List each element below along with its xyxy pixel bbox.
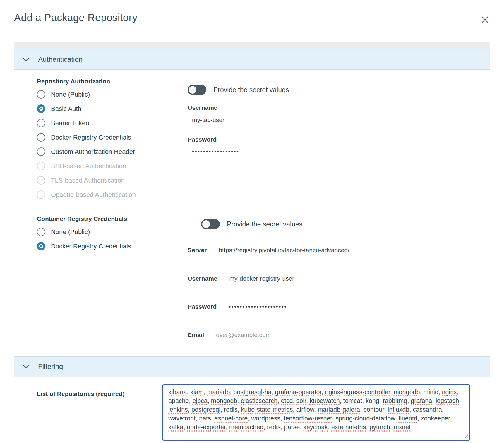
repo-token: contour [364,406,384,413]
radio-circle[interactable] [37,133,45,142]
registry-password-input[interactable] [225,302,469,314]
radio-label: None (Public) [51,228,90,236]
provide-secret-values-toggle[interactable] [188,85,206,95]
repo-token: nats [199,415,211,422]
radio-circle[interactable] [37,104,45,113]
toggle-label: Provide the secret values [213,86,289,94]
repo-token: mongodb [211,397,237,404]
radio-option-bearer-token[interactable]: Bearer Token [37,116,188,130]
username-input[interactable] [188,115,469,127]
repo-token: tensorflow-resnet [284,415,332,422]
registry-username-label: Username [188,275,217,282]
repo-token: kibana [168,389,187,396]
radio-circle[interactable] [37,242,45,250]
repositories-textarea[interactable]: kibana, kiam, mariadb, postgresql-ha, gr… [162,384,470,441]
previous-section-stub [14,42,490,49]
repo-token: minio [423,389,438,396]
repo-token: aspnet-core [215,415,248,422]
textarea-resize-handle[interactable] [464,434,468,439]
registry-provide-secret-values-toggle-row: Provide the secret values [201,219,469,229]
repo-token: ejbca [193,397,208,404]
radio-option-opaque-based-authentication: Opaque-based Authentication [37,188,188,202]
radio-circle[interactable] [37,147,45,156]
server-input[interactable] [215,245,469,257]
repo-token: apache [168,397,189,404]
repo-token: elasticsearch [241,397,277,404]
radio-circle [37,190,45,199]
repositories-list-label: List of Repositories (required) [37,384,162,443]
repo-token: nginx [442,389,457,396]
radio-circle[interactable] [37,119,45,127]
radio-label: SSH-based Authentication [51,162,126,170]
repo-token: influxdb [388,406,409,413]
radio-label: Basic Auth [51,105,81,113]
email-label: Email [188,332,204,339]
email-input[interactable] [212,330,469,342]
close-icon [481,15,489,24]
registry-username-input[interactable] [226,274,469,286]
radio-label: Opaque-based Authentication [51,191,136,199]
radio-circle[interactable] [37,90,45,99]
repo-token: kubewatch [310,397,340,404]
repo-token: kube-state-metrics [241,406,293,413]
email-field: Email [188,330,469,342]
repo-token: external-dns [331,424,366,431]
repo-token: mxnet [394,424,411,431]
server-label: Server [188,247,207,254]
registry-password-field: Password [188,302,469,314]
repo-token: solr [296,397,306,404]
repo-token: grafana-operator [275,389,322,396]
repo-token: kafka [168,424,183,431]
repositories-column: kibana, kiam, mariadb, postgresql-ha, gr… [162,384,470,443]
filtering-section-body: List of Repositories (required) kibana, … [14,377,490,443]
repo-token: node-exporter [187,424,226,431]
registry-provide-secret-values-toggle[interactable] [201,219,220,229]
repo-token: kiam [190,389,203,396]
radio-option-basic-auth[interactable]: Basic Auth [37,102,188,116]
authentication-section-body: Repository Authorization None (Public)Ba… [14,70,490,356]
radio-option-custom-authorization-header[interactable]: Custom Authorization Header [37,145,188,159]
radio-label: None (Public) [51,91,90,98]
section-header-authentication[interactable]: Authentication [14,49,490,70]
repo-token: nginx-ingress-controller [325,389,390,396]
repo-token: airflow [296,406,314,413]
repo-token: logstash [436,397,459,404]
radio-circle[interactable] [37,228,45,236]
toggle-label: Provide the secret values [227,220,302,228]
username-field: Username [188,104,469,127]
repo-token: grafana [411,397,432,404]
repo-token: parse [284,424,300,431]
radio-option-docker-registry-credentials[interactable]: Docker Registry Credentials [37,130,188,145]
registry-username-field: Username [188,274,469,286]
toggle-knob [189,86,196,94]
repo-token: mariadb-galera [318,406,360,413]
close-button[interactable] [478,12,492,28]
radio-label: Docker Registry Credentials [51,243,131,250]
repository-authorization-heading: Repository Authorization [37,78,188,85]
password-field: Password [188,136,469,159]
repo-token: mongodb [394,389,420,396]
radio-option-none-public[interactable]: None (Public) [37,87,188,102]
radio-circle [37,162,45,170]
auth-left-column: Repository Authorization None (Public)Ba… [14,70,188,356]
username-label: Username [188,104,469,111]
repo-token: memcached [229,424,263,431]
repo-token: jenkins [168,406,188,413]
repo-token: wavefront [168,415,196,422]
section-title-filtering: Filtering [38,363,63,371]
repo-token: redis [224,406,238,413]
modal-header: Add a Package Repository [0,0,504,28]
repo-token: rabbitmq [383,397,407,404]
radio-circle [37,176,45,185]
radio-option-none-public[interactable]: None (Public) [37,225,188,239]
repo-token: kong [366,397,379,404]
auth-right-column: Provide the secret values Username Passw… [188,70,490,356]
repository-authorization-radiogroup: None (Public)Basic AuthBearer TokenDocke… [37,87,188,202]
password-input[interactable] [188,147,469,159]
registry-password-label: Password [188,303,217,310]
radio-option-docker-registry-credentials[interactable]: Docker Registry Credentials [37,239,188,253]
repo-token: wordpress [251,415,280,422]
section-header-filtering[interactable]: Filtering [14,356,490,377]
repo-token: mariadb [207,389,230,396]
repo-token: cassandra [413,406,442,413]
